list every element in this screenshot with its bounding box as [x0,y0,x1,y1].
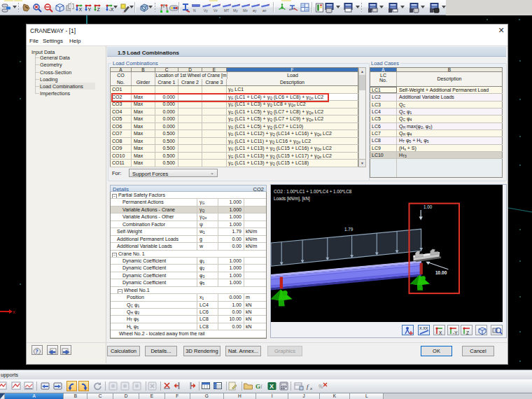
svg-text:?: ? [36,349,38,355]
svg-text:x: x [309,386,313,391]
svg-text:My: My [233,8,238,13]
svg-text:f: f [260,384,262,390]
svg-text:Z: Z [97,7,100,12]
svg-text:-Y: -Y [453,330,458,335]
svg-text:N: N [193,8,196,13]
svg-text:f: f [307,383,309,390]
svg-text:øy: øy [253,8,257,13]
svg-text:%: % [318,384,323,390]
svg-text:Vy: Vy [204,8,208,13]
svg-text:Vz: Vz [214,8,218,13]
svg-text:X: X [439,330,442,335]
svg-text:Mz: Mz [243,8,248,13]
svg-text:G: G [255,383,260,390]
svg-text:X: X [79,7,83,12]
svg-text:MT: MT [224,8,229,13]
svg-text:Z: Z [466,330,469,335]
svg-text:øz: øz [262,8,267,13]
svg-text:X.XX: X.XX [419,326,428,330]
svg-text:X: X [270,383,274,390]
